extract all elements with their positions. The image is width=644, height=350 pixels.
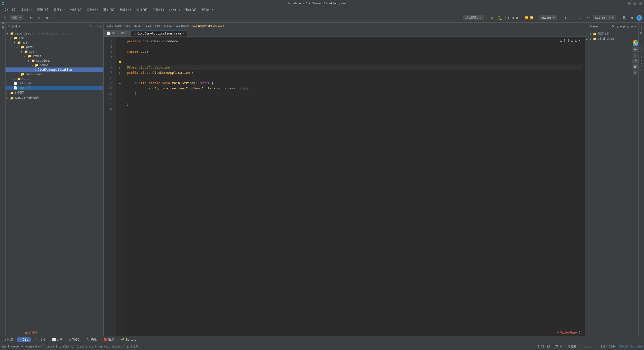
bottom-btn-git[interactable]: ⑂ Git bbox=[17, 337, 31, 342]
status-spaces[interactable]: 4 个空格 bbox=[565, 345, 576, 348]
sidebar-close-btn[interactable]: ✕ bbox=[100, 25, 101, 28]
maven-item-config[interactable]: ▷ 📁 配置文件 bbox=[589, 31, 637, 37]
sogou-skin-btn[interactable]: 🖼 bbox=[632, 64, 638, 69]
run-button[interactable]: ▶ bbox=[489, 15, 495, 21]
tree-item-scratches[interactable]: ▷ 📁 草稿文件和控制台 bbox=[6, 95, 103, 101]
add-config-button[interactable]: 添加配置... bbox=[463, 15, 484, 20]
minimize-button[interactable]: − bbox=[627, 2, 631, 5]
bottom-btn-problems[interactable]: ⚠ 问题 bbox=[2, 337, 16, 342]
debug-button[interactable]: 🐛 bbox=[497, 15, 503, 21]
tree-item-resources[interactable]: ▷ 📁 resources bbox=[6, 72, 103, 77]
tree-item-help-md[interactable]: 📄 HELP.md bbox=[6, 81, 103, 86]
maximize-button[interactable]: □ bbox=[633, 2, 636, 5]
maven-item-cicd[interactable]: ▷ 📁 cicd-demo bbox=[589, 37, 637, 41]
menu-run[interactable]: 运行(U) bbox=[134, 7, 150, 13]
jrebel-label[interactable]: JRebel ▾ bbox=[539, 15, 557, 20]
maven-expand[interactable]: ⊕ bbox=[631, 24, 633, 28]
menu-tools[interactable]: 工具(T) bbox=[151, 7, 166, 13]
status-errors[interactable]: 1184:1566 bbox=[601, 345, 616, 348]
breadcrumb-part[interactable]: java bbox=[144, 24, 151, 27]
menu-refactor[interactable]: 重构(R) bbox=[101, 7, 117, 13]
menu-analyze[interactable]: 分析(Z) bbox=[85, 7, 100, 13]
user-icon[interactable]: 👤 bbox=[636, 15, 642, 21]
status-position[interactable]: 6:23 bbox=[538, 345, 544, 348]
tab-close-cicd[interactable]: ✕ bbox=[182, 32, 184, 35]
menu-help[interactable]: 帮助(H) bbox=[200, 7, 215, 13]
toolbar-collapse[interactable]: ⊖ bbox=[51, 15, 57, 21]
bottom-btn-analyze[interactable]: 📊 分析 bbox=[50, 337, 65, 342]
left-vtab-favorites[interactable]: 收藏夹 bbox=[0, 29, 5, 32]
toolbar-search[interactable]: 🔍 bbox=[621, 15, 627, 21]
sidebar-collapse-btn[interactable]: ≡ bbox=[93, 25, 95, 28]
bottom-btn-terminal[interactable]: ⬛ 终端 bbox=[32, 337, 48, 342]
tree-item-test[interactable]: ▷ 📁 test bbox=[6, 77, 103, 81]
tree-item-cicddemo[interactable]: ▼ 📁 cicddemo bbox=[6, 58, 103, 63]
toolbar-settings[interactable]: ⚙ bbox=[36, 15, 42, 21]
menu-code[interactable]: 代码(C) bbox=[68, 7, 84, 13]
bottom-btn-build[interactable]: 🔨 构建 bbox=[84, 337, 99, 342]
toolbar-vcs-2[interactable]: ↓ bbox=[570, 15, 576, 21]
close-button[interactable]: ✕ bbox=[638, 2, 642, 5]
maven-close[interactable]: ✕ bbox=[634, 24, 636, 28]
tree-item-pom-xml[interactable]: 📄 pom.xml bbox=[6, 86, 103, 90]
tab-cicd-demo-app[interactable]: ☕ CicdDemoApplication.java ✕ bbox=[131, 30, 187, 37]
jrebel-console[interactable]: JRebel Console bbox=[619, 345, 642, 348]
bottom-btn-spring[interactable]: 🌱 Spring bbox=[118, 337, 139, 342]
sidebar-sync-btn[interactable]: ⟳ bbox=[90, 25, 92, 28]
menu-view[interactable]: 视图(V) bbox=[35, 7, 51, 13]
tree-item-cicd-demo-app[interactable]: ☕ CicdDemoApplication bbox=[6, 67, 103, 72]
maven-run[interactable]: ▶ bbox=[623, 24, 625, 28]
code-editor[interactable]: ▲ 1 1 ▲ ▲ ▼ 1 2 3 4 5 6 7 8 9 10 11 12 1… bbox=[104, 37, 588, 343]
gutter-6[interactable]: ▶ bbox=[116, 65, 124, 70]
status-line-ending[interactable]: LF bbox=[547, 345, 550, 348]
toolbar-project-view[interactable]: ☰ bbox=[2, 15, 8, 21]
right-vtab-jetbrains[interactable]: JetBrains bbox=[639, 37, 643, 53]
left-vtab-structure[interactable]: 功能 bbox=[0, 25, 5, 28]
tree-item-external-libs[interactable]: ▷ 📁 外部库 bbox=[6, 90, 103, 95]
tree-item-src[interactable]: ▼ 📁 src bbox=[6, 36, 103, 40]
maven-refresh[interactable]: ⟳ bbox=[612, 24, 615, 28]
right-vtab-maven[interactable]: Maven bbox=[639, 25, 643, 35]
menu-build[interactable]: 构建(B) bbox=[118, 7, 133, 13]
sogou-btn[interactable]: S bbox=[633, 40, 638, 46]
tree-item-demos[interactable]: ▷ 📁 demos bbox=[6, 63, 103, 67]
git-label[interactable]: Git(0): ✓ ▾ bbox=[593, 15, 616, 20]
menu-git[interactable]: Git(G) bbox=[167, 8, 182, 12]
breadcrumb-part-file[interactable]: CicdDemoApplication bbox=[192, 24, 224, 27]
tree-item-com[interactable]: ▼ 📁 com bbox=[6, 49, 103, 54]
menu-file[interactable]: 文件(F) bbox=[2, 7, 18, 13]
sogou-gear-btn[interactable]: ⚙ bbox=[633, 70, 638, 75]
editor-scrollbar[interactable] bbox=[585, 37, 588, 343]
sogou-dot-btn[interactable]: · bbox=[633, 53, 638, 58]
sidebar-dropdown-arrow[interactable]: ▾ bbox=[19, 25, 20, 28]
status-warnings[interactable]: 4 bbox=[596, 345, 598, 348]
toolbar-expand[interactable]: ⊕ bbox=[44, 15, 50, 21]
breadcrumb-part[interactable]: src bbox=[125, 24, 130, 27]
tree-item-itmei[interactable]: ▼ 📁 itmei bbox=[6, 54, 103, 58]
tree-item-java[interactable]: ▼ 📁 java bbox=[6, 45, 103, 49]
gutter-7[interactable]: ▶ bbox=[116, 70, 124, 76]
status-branch[interactable]: ⑂ master bbox=[580, 345, 593, 348]
toolbar-vcs-4[interactable]: ⟲ bbox=[585, 15, 591, 21]
menu-navigate[interactable]: 导航(N) bbox=[52, 7, 67, 13]
sogou-eng-btn[interactable]: 英 bbox=[632, 47, 638, 52]
tree-item-cicd-demo[interactable]: ▼ 📁 cicd-demo E:\JavaCode\Demo\cicd-demo bbox=[6, 31, 103, 36]
toolbar-vcs-1[interactable]: ↑ bbox=[562, 15, 569, 21]
maven-download[interactable]: ↓ bbox=[616, 24, 618, 28]
maven-add[interactable]: + bbox=[620, 24, 622, 28]
menu-edit[interactable]: 编辑(E) bbox=[19, 7, 34, 13]
breadcrumb-part[interactable]: cicd-demo bbox=[107, 24, 122, 27]
toolbar-sync[interactable]: ⟳ bbox=[29, 15, 35, 21]
bottom-btn-todo[interactable]: ☑ TODO bbox=[67, 337, 82, 342]
project-dropdown[interactable]: 项目 ▾ bbox=[10, 15, 23, 20]
run-icon-3[interactable]: ▶ bbox=[119, 82, 121, 85]
run-icon-2[interactable]: ▶ bbox=[119, 72, 121, 74]
gutter-9[interactable]: ▶ bbox=[116, 81, 124, 86]
bottom-btn-breakpoints[interactable]: 🔴 断点 bbox=[101, 337, 117, 342]
right-vtab-structure[interactable]: Structure bbox=[639, 55, 643, 72]
toolbar-vcs-3[interactable]: ✓ bbox=[578, 15, 584, 21]
tab-help-md[interactable]: 📄 HELP.md ✕ bbox=[104, 30, 131, 37]
sogou-mic-btn[interactable]: 🎤 bbox=[632, 59, 638, 63]
tab-close-help[interactable]: ✕ bbox=[126, 32, 128, 35]
breadcrumb-part[interactable]: main bbox=[134, 24, 141, 27]
